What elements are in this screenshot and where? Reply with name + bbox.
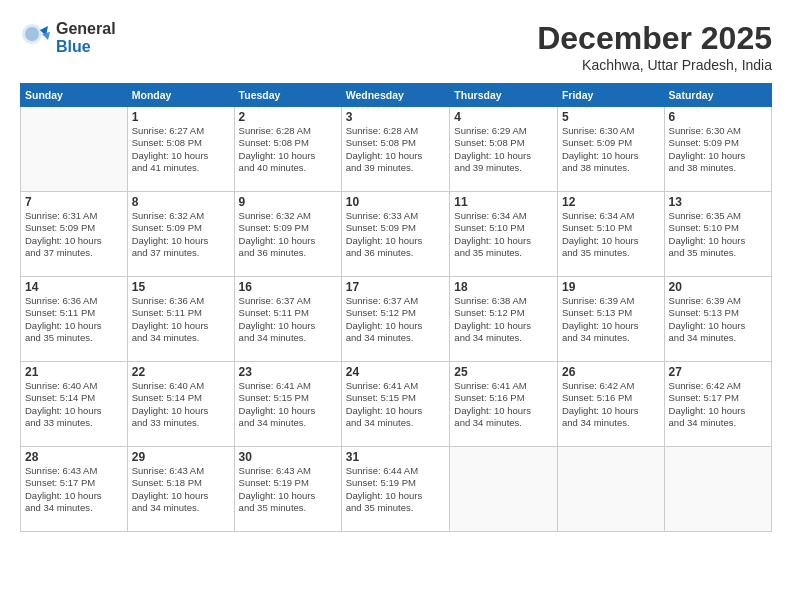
day-info: Sunrise: 6:31 AMSunset: 5:09 PMDaylight:… [25, 210, 123, 259]
table-row: 16Sunrise: 6:37 AMSunset: 5:11 PMDayligh… [234, 277, 341, 362]
table-row: 21Sunrise: 6:40 AMSunset: 5:14 PMDayligh… [21, 362, 128, 447]
table-row: 19Sunrise: 6:39 AMSunset: 5:13 PMDayligh… [557, 277, 664, 362]
day-info: Sunrise: 6:42 AMSunset: 5:17 PMDaylight:… [669, 380, 767, 429]
day-number: 24 [346, 365, 446, 379]
day-info: Sunrise: 6:36 AMSunset: 5:11 PMDaylight:… [132, 295, 230, 344]
day-number: 4 [454, 110, 553, 124]
day-info: Sunrise: 6:30 AMSunset: 5:09 PMDaylight:… [562, 125, 660, 174]
table-row: 31Sunrise: 6:44 AMSunset: 5:19 PMDayligh… [341, 447, 450, 532]
table-row: 2Sunrise: 6:28 AMSunset: 5:08 PMDaylight… [234, 107, 341, 192]
day-info: Sunrise: 6:36 AMSunset: 5:11 PMDaylight:… [25, 295, 123, 344]
table-row: 3Sunrise: 6:28 AMSunset: 5:08 PMDaylight… [341, 107, 450, 192]
table-row [21, 107, 128, 192]
day-info: Sunrise: 6:43 AMSunset: 5:17 PMDaylight:… [25, 465, 123, 514]
day-info: Sunrise: 6:41 AMSunset: 5:15 PMDaylight:… [239, 380, 337, 429]
table-row: 27Sunrise: 6:42 AMSunset: 5:17 PMDayligh… [664, 362, 771, 447]
day-info: Sunrise: 6:33 AMSunset: 5:09 PMDaylight:… [346, 210, 446, 259]
day-number: 30 [239, 450, 337, 464]
day-number: 23 [239, 365, 337, 379]
table-row: 11Sunrise: 6:34 AMSunset: 5:10 PMDayligh… [450, 192, 558, 277]
day-number: 26 [562, 365, 660, 379]
table-row: 6Sunrise: 6:30 AMSunset: 5:09 PMDaylight… [664, 107, 771, 192]
day-number: 8 [132, 195, 230, 209]
table-row: 5Sunrise: 6:30 AMSunset: 5:09 PMDaylight… [557, 107, 664, 192]
day-number: 11 [454, 195, 553, 209]
calendar-header-row: Sunday Monday Tuesday Wednesday Thursday… [21, 84, 772, 107]
day-info: Sunrise: 6:43 AMSunset: 5:18 PMDaylight:… [132, 465, 230, 514]
location: Kachhwa, Uttar Pradesh, India [537, 57, 772, 73]
logo-general: General [56, 20, 116, 38]
logo-blue: Blue [56, 38, 116, 56]
day-number: 9 [239, 195, 337, 209]
day-number: 15 [132, 280, 230, 294]
table-row: 1Sunrise: 6:27 AMSunset: 5:08 PMDaylight… [127, 107, 234, 192]
day-number: 5 [562, 110, 660, 124]
day-info: Sunrise: 6:42 AMSunset: 5:16 PMDaylight:… [562, 380, 660, 429]
table-row: 9Sunrise: 6:32 AMSunset: 5:09 PMDaylight… [234, 192, 341, 277]
day-number: 18 [454, 280, 553, 294]
day-number: 20 [669, 280, 767, 294]
day-info: Sunrise: 6:30 AMSunset: 5:09 PMDaylight:… [669, 125, 767, 174]
calendar-week-row: 21Sunrise: 6:40 AMSunset: 5:14 PMDayligh… [21, 362, 772, 447]
day-info: Sunrise: 6:39 AMSunset: 5:13 PMDaylight:… [562, 295, 660, 344]
table-row [557, 447, 664, 532]
col-friday: Friday [557, 84, 664, 107]
day-number: 3 [346, 110, 446, 124]
day-info: Sunrise: 6:40 AMSunset: 5:14 PMDaylight:… [132, 380, 230, 429]
col-thursday: Thursday [450, 84, 558, 107]
day-info: Sunrise: 6:41 AMSunset: 5:15 PMDaylight:… [346, 380, 446, 429]
day-info: Sunrise: 6:37 AMSunset: 5:12 PMDaylight:… [346, 295, 446, 344]
table-row: 25Sunrise: 6:41 AMSunset: 5:16 PMDayligh… [450, 362, 558, 447]
day-number: 12 [562, 195, 660, 209]
day-info: Sunrise: 6:35 AMSunset: 5:10 PMDaylight:… [669, 210, 767, 259]
table-row: 26Sunrise: 6:42 AMSunset: 5:16 PMDayligh… [557, 362, 664, 447]
day-number: 7 [25, 195, 123, 209]
day-info: Sunrise: 6:37 AMSunset: 5:11 PMDaylight:… [239, 295, 337, 344]
logo-text: General Blue [56, 20, 116, 55]
day-number: 1 [132, 110, 230, 124]
day-info: Sunrise: 6:44 AMSunset: 5:19 PMDaylight:… [346, 465, 446, 514]
day-number: 10 [346, 195, 446, 209]
table-row: 23Sunrise: 6:41 AMSunset: 5:15 PMDayligh… [234, 362, 341, 447]
calendar-week-row: 1Sunrise: 6:27 AMSunset: 5:08 PMDaylight… [21, 107, 772, 192]
day-info: Sunrise: 6:34 AMSunset: 5:10 PMDaylight:… [562, 210, 660, 259]
table-row: 14Sunrise: 6:36 AMSunset: 5:11 PMDayligh… [21, 277, 128, 362]
col-monday: Monday [127, 84, 234, 107]
table-row: 15Sunrise: 6:36 AMSunset: 5:11 PMDayligh… [127, 277, 234, 362]
table-row: 8Sunrise: 6:32 AMSunset: 5:09 PMDaylight… [127, 192, 234, 277]
table-row: 29Sunrise: 6:43 AMSunset: 5:18 PMDayligh… [127, 447, 234, 532]
day-number: 29 [132, 450, 230, 464]
day-info: Sunrise: 6:32 AMSunset: 5:09 PMDaylight:… [132, 210, 230, 259]
table-row: 28Sunrise: 6:43 AMSunset: 5:17 PMDayligh… [21, 447, 128, 532]
col-tuesday: Tuesday [234, 84, 341, 107]
day-info: Sunrise: 6:43 AMSunset: 5:19 PMDaylight:… [239, 465, 337, 514]
table-row: 30Sunrise: 6:43 AMSunset: 5:19 PMDayligh… [234, 447, 341, 532]
table-row: 24Sunrise: 6:41 AMSunset: 5:15 PMDayligh… [341, 362, 450, 447]
calendar-week-row: 14Sunrise: 6:36 AMSunset: 5:11 PMDayligh… [21, 277, 772, 362]
col-sunday: Sunday [21, 84, 128, 107]
day-number: 27 [669, 365, 767, 379]
calendar-week-row: 28Sunrise: 6:43 AMSunset: 5:17 PMDayligh… [21, 447, 772, 532]
month-title: December 2025 [537, 20, 772, 57]
col-wednesday: Wednesday [341, 84, 450, 107]
day-info: Sunrise: 6:40 AMSunset: 5:14 PMDaylight:… [25, 380, 123, 429]
table-row: 12Sunrise: 6:34 AMSunset: 5:10 PMDayligh… [557, 192, 664, 277]
logo-icon [20, 22, 52, 54]
day-number: 14 [25, 280, 123, 294]
day-info: Sunrise: 6:32 AMSunset: 5:09 PMDaylight:… [239, 210, 337, 259]
table-row: 20Sunrise: 6:39 AMSunset: 5:13 PMDayligh… [664, 277, 771, 362]
table-row: 4Sunrise: 6:29 AMSunset: 5:08 PMDaylight… [450, 107, 558, 192]
table-row: 13Sunrise: 6:35 AMSunset: 5:10 PMDayligh… [664, 192, 771, 277]
day-info: Sunrise: 6:39 AMSunset: 5:13 PMDaylight:… [669, 295, 767, 344]
header: General Blue December 2025 Kachhwa, Utta… [20, 20, 772, 73]
day-number: 6 [669, 110, 767, 124]
day-number: 22 [132, 365, 230, 379]
day-number: 2 [239, 110, 337, 124]
table-row [450, 447, 558, 532]
day-number: 17 [346, 280, 446, 294]
calendar: Sunday Monday Tuesday Wednesday Thursday… [20, 83, 772, 532]
day-number: 16 [239, 280, 337, 294]
title-section: December 2025 Kachhwa, Uttar Pradesh, In… [537, 20, 772, 73]
table-row: 18Sunrise: 6:38 AMSunset: 5:12 PMDayligh… [450, 277, 558, 362]
col-saturday: Saturday [664, 84, 771, 107]
